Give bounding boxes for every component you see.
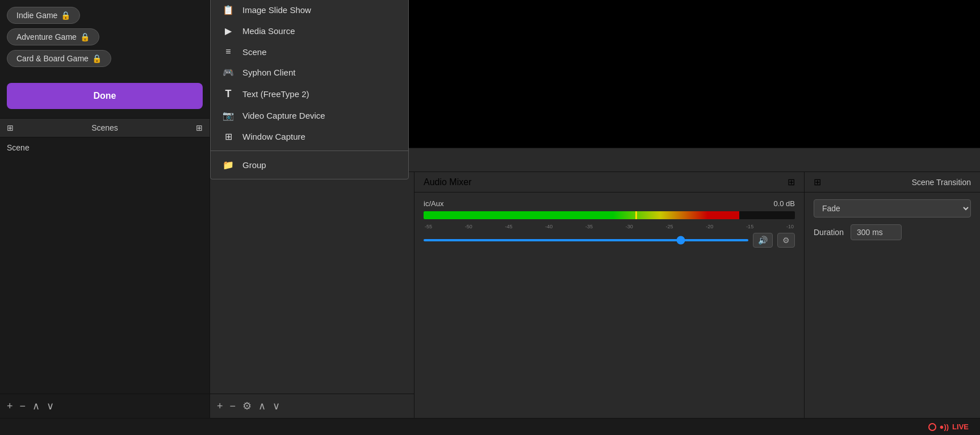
lock-icon-card: 🔒: [92, 54, 102, 63]
dropdown-item-label-syphon-client: Syphon Client: [242, 68, 295, 77]
lock-icon-adventure: 🔒: [80, 32, 90, 41]
scene-transition-panel: ⊞ Scene Transition Fade Duration: [804, 172, 980, 418]
window-icon: ⊞: [222, 131, 234, 142]
scenes-footer: + − ∧ ∨: [0, 394, 210, 418]
text-icon: T: [222, 88, 234, 100]
scenes-down-button[interactable]: ∨: [47, 400, 54, 412]
dropdown-item-syphon-client[interactable]: 🎮 Syphon Client: [211, 62, 408, 83]
dropdown-item-label-scene: Scene: [242, 47, 267, 57]
slides-icon: 📋: [222, 5, 234, 15]
dropdown-item-label-window-capture: Window Capture: [242, 132, 305, 141]
scene-tag-adventure-game-label: Adventure Game: [16, 32, 77, 41]
dropdown-item-window-capture[interactable]: ⊞ Window Capture: [211, 126, 408, 147]
dropdown-item-scene[interactable]: ≡ Scene: [211, 41, 408, 62]
channel-db: 0.0 dB: [773, 199, 795, 208]
transition-content: Fade Duration: [805, 193, 980, 247]
scenes-up-button[interactable]: ∧: [32, 400, 40, 412]
dropdown-item-label-media-source: Media Source: [242, 26, 295, 36]
live-label: ●)): [940, 423, 949, 431]
audio-channel: ic/Aux 0.0 dB -55 -50 -45 -40 -35: [414, 193, 804, 254]
dropdown-item-label-text-freetype2: Text (FreeType 2): [242, 89, 309, 99]
level-meter: [424, 211, 795, 219]
audio-mixer-title: Audio Mixer: [424, 177, 471, 187]
dropdown-item-video-capture-device[interactable]: 📷 Video Capture Device: [211, 105, 408, 126]
dropdown-item-media-source[interactable]: ▶ Media Source: [211, 20, 408, 41]
status-bar: ●)) LIVE: [0, 418, 980, 435]
sources-add-button[interactable]: +: [217, 400, 223, 412]
scene-tag-card-board-game[interactable]: Card & Board Game 🔒: [7, 50, 111, 67]
scene-tag-indie-game-label: Indie Game: [16, 11, 57, 20]
dropdown-item-label-video-capture-device: Video Capture Device: [242, 111, 325, 120]
audio-channel-top: ic/Aux 0.0 dB: [424, 199, 795, 208]
scenes-icon: ⊞: [7, 123, 14, 132]
scene-tag-adventure-game[interactable]: Adventure Game 🔒: [7, 28, 99, 45]
dropdown-item-label-group: Group: [242, 160, 266, 170]
transition-duration-row: Duration: [814, 224, 971, 240]
scenes-header-right-icon: ⊞: [196, 123, 203, 132]
dropdown-item-label-image-slide-show: Image Slide Show: [242, 5, 311, 15]
scene-transition-header: ⊞ Scene Transition: [805, 172, 980, 193]
done-button[interactable]: Done: [7, 83, 203, 109]
sources-remove-button[interactable]: −: [230, 400, 236, 412]
add-source-dropdown[interactable]: 🎙 Audio Input Capture 🔊 Audio Output Cap…: [210, 0, 409, 179]
channel-name: ic/Aux: [424, 199, 443, 208]
folder-icon: 📁: [222, 160, 234, 170]
audio-mixer-header: Audio Mixer ⊞: [414, 172, 804, 193]
sources-gear-button[interactable]: ⚙: [242, 400, 252, 412]
transition-type-select[interactable]: Fade: [814, 199, 971, 218]
camera-icon: 📷: [222, 110, 234, 121]
scene-item[interactable]: Scene: [0, 137, 210, 158]
list-icon: ≡: [222, 47, 234, 57]
dropdown-separator: [211, 150, 408, 151]
dropdown-item-text-freetype2[interactable]: T Text (FreeType 2): [211, 83, 408, 105]
scene-tags-list: Indie Game 🔒 Adventure Game 🔒 Card & Boa…: [0, 0, 210, 74]
sources-down-button[interactable]: ∨: [273, 400, 280, 412]
scenes-add-button[interactable]: +: [7, 400, 13, 412]
level-meter-bar: [424, 211, 739, 219]
sources-panel: + − ⚙ ∧ ∨ 🎙 Audio Input Capture 🔊 Audio …: [210, 172, 414, 418]
duration-label: Duration: [814, 228, 844, 237]
play-icon: ▶: [222, 26, 234, 36]
duration-input[interactable]: [851, 224, 902, 240]
audio-mixer: Audio Mixer ⊞ ic/Aux 0.0 dB -55: [414, 172, 804, 418]
audio-mixer-icon: ⊞: [788, 177, 795, 187]
audio-settings-button[interactable]: ⚙: [777, 233, 795, 248]
scenes-header: ⊞ Scenes ⊞: [0, 118, 210, 137]
dropdown-item-image-slide-show[interactable]: 📋 Image Slide Show: [211, 0, 408, 20]
sources-up-button[interactable]: ∧: [258, 400, 266, 412]
scenes-title: Scenes: [91, 123, 118, 132]
scenes-remove-button[interactable]: −: [20, 400, 26, 412]
volume-slider[interactable]: [424, 239, 748, 241]
scene-tag-indie-game[interactable]: Indie Game 🔒: [7, 7, 80, 24]
meter-ticks: -55 -50 -45 -40 -35 -30 -25 -20 -15 -10: [424, 224, 795, 229]
sources-footer: + − ⚙ ∧ ∨: [210, 394, 414, 418]
mute-button[interactable]: 🔊: [753, 233, 773, 248]
live-dot: [928, 423, 936, 431]
gamepad-icon: 🎮: [222, 67, 234, 78]
live-indicator: ●)) LIVE: [928, 423, 969, 431]
level-indicator: [635, 211, 637, 219]
audio-channel-controls: 🔊 ⚙: [424, 233, 795, 248]
scene-tag-card-board-game-label: Card & Board Game: [16, 54, 89, 63]
scene-transition-title: Scene Transition: [912, 178, 971, 187]
live-text: LIVE: [952, 423, 969, 431]
scene-transition-icon: ⊞: [814, 177, 821, 187]
dropdown-item-group[interactable]: 📁 Group: [211, 154, 408, 175]
lock-icon-indie: 🔒: [61, 11, 70, 20]
